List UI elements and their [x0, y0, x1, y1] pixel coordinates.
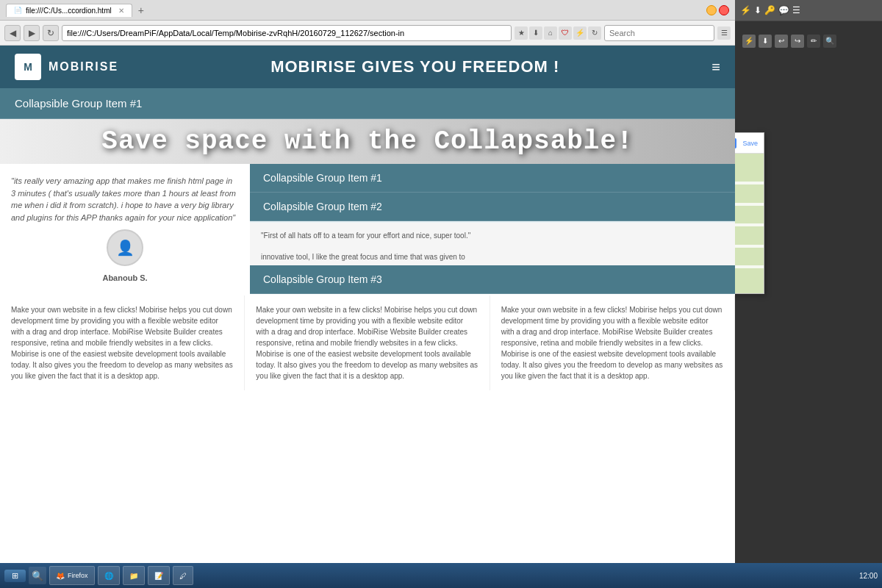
accordion-right: Collapsible Group Item #1 Collapsible Gr…	[250, 164, 735, 295]
header-title: MOBIRISE GIVES YOU FREEDOM !	[118, 57, 711, 76]
rp-tool-3[interactable]: ↩	[775, 35, 788, 48]
rp-icon-3: 🔑	[764, 5, 775, 15]
save-button[interactable]: Save	[742, 140, 758, 147]
right-toolbar-icons: ☰	[717, 26, 731, 40]
rp-tool-1[interactable]: ⚡	[742, 35, 756, 48]
rp-tool-5[interactable]: ✏	[807, 35, 820, 48]
rp-icon-4: 💬	[778, 5, 789, 15]
features-section: Make your own website in a few clicks! M…	[0, 295, 735, 390]
windows-logo: ⊞	[12, 571, 18, 581]
taskbar-tray: 12:00	[859, 572, 878, 580]
right-panel-content: ⚡ ⬇ ↩ ↪ ✏ 🔍	[735, 21, 882, 55]
download-icon[interactable]: ⬇	[529, 26, 542, 40]
rp-tool-4[interactable]: ↪	[791, 35, 804, 48]
accordion-item-2[interactable]: Collapsible Group Item #2	[250, 193, 735, 221]
browser-titlebar: 📄 file:///C:/Us...ccordion.html ✕ +	[0, 0, 735, 21]
site-header: M MOBIRISE MOBIRISE GIVES YOU FREEDOM ! …	[0, 46, 735, 88]
folder-icon: 📁	[129, 572, 138, 580]
accordion-item-3-row[interactable]: Collapsible Group Item #3	[250, 265, 735, 294]
testimonial-text: "its really very amazing app that makes …	[11, 175, 239, 223]
accordion-item-1[interactable]: Collapsible Group Item #1	[250, 164, 735, 193]
hero-section: Save space with the Collapsable!	[0, 119, 735, 164]
tab-label: file:///C:/Us...ccordion.html	[26, 7, 112, 15]
right-panel-icons: ⚡ ⬇ ↩ ↪ ✏ 🔍	[742, 35, 875, 48]
taskbar-firefox[interactable]: 🦊 Firefox	[49, 566, 95, 585]
tab-close-icon[interactable]: ✕	[118, 7, 124, 15]
logo: M MOBIRISE	[15, 54, 118, 80]
rp-icon-5: ☰	[792, 5, 800, 15]
forward-button[interactable]: ▶	[24, 25, 40, 41]
rp-icon-2: ⬇	[754, 5, 761, 15]
editor-icon-1: 📝	[154, 572, 163, 580]
collapsible-item-1-top[interactable]: Collapsible Group Item #1	[0, 88, 735, 119]
feature-col-2: Make your own website in a few clicks! M…	[245, 295, 490, 390]
bookmark-icon[interactable]: ★	[514, 26, 528, 40]
author-name: Abanoub S.	[11, 272, 239, 284]
zap-icon[interactable]: ⚡	[573, 26, 587, 40]
mid-section: "its really very amazing app that makes …	[0, 164, 735, 295]
hamburger-icon[interactable]: ≡	[711, 59, 720, 76]
taskbar-editor-1[interactable]: 📝	[148, 566, 170, 585]
browser-tab-active[interactable]: 📄 file:///C:/Us...ccordion.html ✕	[6, 4, 132, 17]
right-side-panel: ⚡ ⬇ 🔑 💬 ☰ ⚡ ⬇ ↩ ↪ ✏ 🔍	[735, 0, 882, 588]
tab-area: 📄 file:///C:/Us...ccordion.html ✕ +	[6, 4, 147, 17]
page-content: M MOBIRISE MOBIRISE GIVES YOU FREEDOM ! …	[0, 46, 735, 588]
firefox-icon: 🦊	[56, 572, 65, 580]
feature-col-1: Make your own website in a few clicks! M…	[0, 295, 245, 390]
taskbar: ⊞ 🔍 🦊 Firefox 🌐 📁 📝 🖊 12:00	[0, 563, 882, 588]
refresh-button[interactable]: ↻	[43, 25, 59, 41]
minimize-icon[interactable]	[706, 5, 717, 15]
right-panel-toolbar: ⚡ ⬇ 🔑 💬 ☰	[735, 0, 882, 21]
logo-icon: M	[15, 54, 41, 80]
home-icon[interactable]: ⌂	[544, 26, 557, 40]
rp-tool-2[interactable]: ⬇	[759, 35, 772, 48]
feature-col-3: Make your own website in a few clicks! M…	[490, 295, 735, 390]
editor-icon-2: 🖊	[179, 572, 187, 580]
taskbar-icon-1[interactable]: 🔍	[29, 567, 46, 584]
menu-icon[interactable]: ☰	[717, 26, 731, 40]
toolbar-icons: ★ ⬇ ⌂ 🛡 ⚡ ↻	[514, 26, 601, 40]
avatar: 👤	[107, 229, 143, 266]
hero-headline: Save space with the Collapsable!	[101, 126, 633, 157]
shield-icon[interactable]: 🛡	[559, 26, 572, 40]
refresh2-icon[interactable]: ↻	[588, 26, 601, 40]
browser-toolbar: ◀ ▶ ↻ ★ ⬇ ⌂ 🛡 ⚡ ↻ ☰	[0, 21, 735, 46]
rp-icon-1: ⚡	[740, 5, 751, 15]
back-button[interactable]: ◀	[4, 25, 21, 41]
taskbar-file-explorer[interactable]: 📁	[123, 566, 145, 585]
taskbar-ie[interactable]: 🌐	[98, 566, 120, 585]
testimonial-2: "First of all hats off to a team for you…	[250, 223, 735, 248]
taskbar-editor-2[interactable]: 🖊	[173, 566, 193, 585]
search-input[interactable]	[604, 25, 714, 41]
testimonials-column: "its really very amazing app that makes …	[0, 164, 250, 295]
brand-name: MOBIRISE	[49, 60, 118, 74]
testimonial-3: innovative tool, I like the great focus …	[250, 248, 735, 265]
ie-icon: 🌐	[104, 572, 113, 580]
new-tab-button[interactable]: +	[135, 4, 147, 16]
main-browser-window: 📄 file:///C:/Us...ccordion.html ✕ + ◀ ▶ …	[0, 0, 735, 588]
close-icon[interactable]	[719, 5, 729, 15]
address-bar[interactable]	[62, 25, 512, 41]
rp-tool-6[interactable]: 🔍	[823, 35, 836, 48]
start-button[interactable]: ⊞	[4, 570, 26, 582]
clock: 12:00	[859, 572, 878, 580]
